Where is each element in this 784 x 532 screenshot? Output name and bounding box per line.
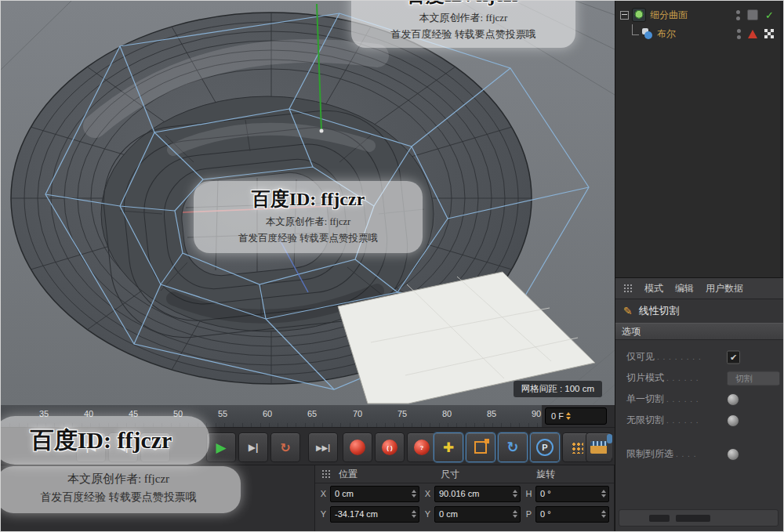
- timeline-tick: 55: [211, 409, 234, 418]
- tree-expander-icon[interactable]: [620, 11, 629, 20]
- next-frame-icon: ▶|: [249, 442, 259, 453]
- position-y-field[interactable]: -34.174 cm: [330, 506, 419, 523]
- axis-label: Y: [424, 509, 431, 519]
- previous-frame-icon: ◀|: [118, 442, 129, 453]
- field-stepper[interactable]: [601, 490, 606, 498]
- timeline-tick: 80: [435, 409, 459, 418]
- tool-group: ✚ ↻ P: [434, 432, 592, 462]
- position-x-field[interactable]: 0 cm: [330, 486, 419, 502]
- axis-label: H: [525, 489, 532, 498]
- field-stepper[interactable]: [412, 510, 416, 518]
- playback-main-group: ▶ ▶| ↻: [206, 432, 300, 462]
- playback-nav-group: |◀ ◀| ↺: [76, 432, 170, 462]
- coordinates-row-y: Y -34.174 cm Y 0 cm P 0 °: [315, 504, 614, 524]
- scale-icon: [474, 441, 487, 454]
- axis-origin-handle: [320, 129, 324, 133]
- option-only-visible: 仅可见 . . . . . . . . ✔: [615, 346, 784, 367]
- option-slice-mode: 切片模式 . . . . . . 切割: [615, 367, 784, 389]
- size-x-field[interactable]: 90.016 cm: [434, 486, 521, 502]
- size-header: 尺寸: [441, 468, 536, 481]
- object-row-boole[interactable]: 布尔: [615, 24, 784, 43]
- tab-edit[interactable]: 编辑: [675, 282, 694, 295]
- timeline-tick: 60: [256, 409, 279, 418]
- record-group: ( ) ?: [343, 432, 437, 462]
- axis-label: X: [424, 489, 431, 498]
- visibility-toggles[interactable]: [737, 29, 741, 39]
- help-icon: ?: [414, 440, 430, 455]
- rotation-p-field[interactable]: 0 °: [535, 506, 609, 523]
- object-row-subdivision-surface[interactable]: 细分曲面 ✓: [615, 5, 784, 24]
- move-tool-button[interactable]: ✚: [434, 432, 463, 462]
- rotate-tool-button[interactable]: ↻: [498, 432, 528, 462]
- rotation-h-field[interactable]: 0 °: [535, 486, 609, 502]
- coordinate-system-button[interactable]: P: [530, 432, 560, 462]
- tool-title: 线性切割: [639, 304, 680, 318]
- enabled-check-icon[interactable]: ✓: [765, 10, 774, 20]
- goto-end-button[interactable]: ▶▶|: [308, 432, 338, 462]
- panel-grip-icon: [623, 284, 633, 293]
- timeline-tick: 50: [166, 409, 190, 418]
- goto-start-button[interactable]: |◀: [76, 432, 106, 462]
- record-options-icon: ( ): [382, 440, 397, 455]
- record-options-button[interactable]: ( ): [375, 432, 405, 462]
- tag-icon[interactable]: [747, 9, 758, 20]
- previous-frame-button[interactable]: ◀|: [108, 432, 138, 462]
- coordinates-header: 位置 尺寸 旋转: [315, 465, 614, 483]
- current-frame-field[interactable]: 0 F: [545, 407, 607, 425]
- next-frame-button[interactable]: ▶|: [238, 432, 268, 462]
- field-stepper[interactable]: [513, 510, 517, 518]
- infinite-cut-toggle[interactable]: [727, 414, 739, 427]
- option-label: 切片模式: [626, 371, 664, 385]
- restrict-selection-toggle[interactable]: [727, 448, 739, 461]
- only-visible-checkbox[interactable]: ✔: [727, 350, 740, 364]
- viewport-canvas[interactable]: [1, 1, 615, 405]
- option-infinite-cut: 无限切割 . . . . . .: [615, 410, 784, 431]
- frame-field-area: 0 F: [542, 405, 615, 428]
- field-stepper[interactable]: [412, 490, 416, 498]
- slice-mode-dropdown[interactable]: 切割: [727, 371, 780, 385]
- play-button[interactable]: ▶: [206, 432, 236, 462]
- move-icon: ✚: [443, 440, 454, 456]
- option-restrict-to-selection: 限制到所选 . . . .: [615, 443, 784, 465]
- goto-end-icon: ▶▶|: [316, 443, 330, 452]
- size-y-field[interactable]: 0 cm: [434, 506, 521, 523]
- visibility-toggles[interactable]: [736, 10, 740, 20]
- tab-user-data[interactable]: 用户数据: [706, 282, 743, 295]
- p-coordinate-icon: P: [536, 439, 554, 456]
- position-header: 位置: [339, 468, 441, 481]
- timeline-tick: 70: [346, 409, 369, 418]
- attribute-manager: 模式 编辑 用户数据 ✎ 线性切割 选项 仅可见 . . . . . . . .…: [615, 277, 784, 532]
- axis-label: P: [525, 509, 532, 519]
- options-list: 仅可见 . . . . . . . . ✔ 切片模式 . . . . . . 切…: [615, 340, 784, 465]
- tab-mode[interactable]: 模式: [644, 282, 663, 295]
- pen-icon: ✎: [623, 305, 633, 317]
- scale-tool-button[interactable]: [466, 432, 495, 462]
- phong-triangle-icon[interactable]: [748, 30, 757, 38]
- record-keyframe-button[interactable]: [343, 432, 372, 462]
- option-label: 限制到所选: [626, 447, 673, 461]
- options-section-header[interactable]: 选项: [615, 323, 784, 340]
- tree-branch-line: [632, 24, 639, 35]
- option-label: 无限切割: [626, 414, 664, 427]
- obscured-glyph: [676, 515, 710, 522]
- timeline-ruler[interactable]: 35 40 45 50 55 60 65 70 75 80 85 90: [1, 405, 542, 428]
- viewport-3d[interactable]: 网格间距 : 100 cm: [1, 1, 615, 405]
- texture-tag-icon[interactable]: [764, 29, 774, 38]
- partially-visible-row[interactable]: [619, 509, 779, 527]
- record-help-button[interactable]: ?: [407, 432, 437, 462]
- single-cut-toggle[interactable]: [727, 393, 739, 406]
- play-backward-button[interactable]: ↺: [140, 432, 170, 462]
- timeline-tick: 65: [300, 409, 324, 418]
- cinema4d-window: 网格间距 : 100 cm 35 40 45 50 55 60 65 70 75…: [0, 0, 784, 532]
- object-name[interactable]: 细分曲面: [650, 9, 688, 22]
- frame-stepper[interactable]: [566, 412, 571, 420]
- option-label: 单一切割: [626, 393, 664, 406]
- field-stepper[interactable]: [601, 510, 606, 518]
- subdivision-surface-icon: [632, 8, 646, 22]
- goto-start-icon: |◀: [86, 442, 96, 453]
- loop-button[interactable]: ↻: [270, 432, 300, 462]
- field-stepper[interactable]: [513, 490, 517, 498]
- film-strip-icon: [590, 441, 608, 454]
- transport-scrollbar[interactable]: [607, 434, 612, 459]
- object-name[interactable]: 布尔: [657, 27, 676, 41]
